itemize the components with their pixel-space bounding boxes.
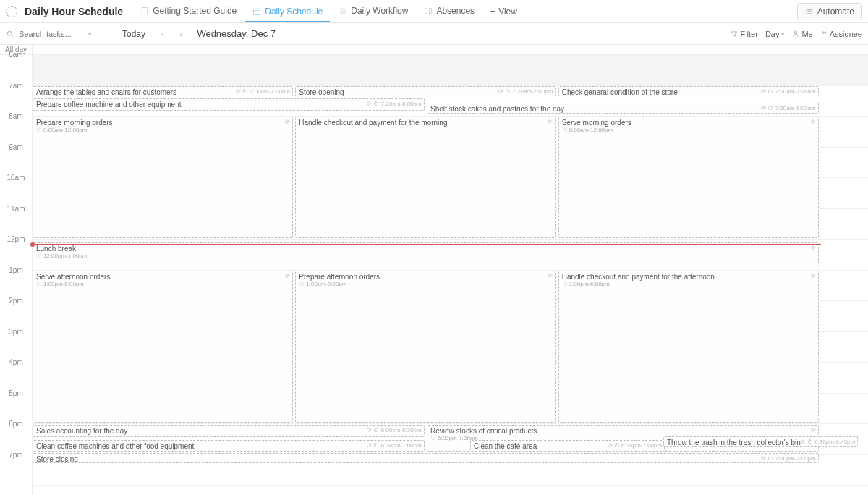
now-indicator [33,244,821,245]
event-title: Review stocks of critical products [430,427,815,435]
event-time: 8:00am-12:00pm [36,127,289,133]
today-button[interactable]: Today [118,28,150,41]
event-title: Sales accounting for the day [36,427,421,435]
svg-rect-0 [142,7,148,14]
calendar-event[interactable]: Sales accounting for the day⟳ ⏱ 6:00pm-6… [33,425,425,438]
people-icon [820,30,827,38]
search-icon [6,30,14,38]
event-recurring-icon: ⟳ [548,119,553,125]
gutter-row [825,86,868,117]
calendar-event[interactable]: Prepare coffee machine and other equipme… [33,98,425,111]
svg-rect-8 [807,9,812,13]
automate-label: Automate [817,7,854,17]
calendar-event[interactable]: Store opening⟳ ⏱ 7:20am-7:00pm [295,86,556,96]
event-recurring-icon: ⟳ [548,273,553,279]
tab-getting-started[interactable]: Getting Started Guide [133,1,244,22]
doc-icon [140,7,149,15]
plus-icon: + [490,7,495,17]
calendar-event[interactable]: Clean the café area⟳ ⏱ 6:30pm-7:00pm [470,440,665,451]
svg-point-11 [7,31,12,35]
event-recurring-icon: ⟳ [811,119,816,125]
event-corner-time: ⟳ ⏱ 7:20am-8:00am [367,101,421,107]
event-time: 8:00am-12:00pm [562,127,815,133]
board-icon [424,7,433,15]
calendar-event[interactable]: Store closing⟳ ⏱ 7:00pm-7:00pm [33,453,819,463]
tab-daily-workflow[interactable]: Daily Workflow [331,1,415,22]
gutter-row [825,332,868,363]
tab-label: Daily Schedule [265,7,323,17]
assignee-label: Assignee [830,30,862,38]
event-title: Handle checkout and payment for the afte… [562,273,815,281]
assignee-button[interactable]: Assignee [820,30,862,38]
current-date: Wednesday, Dec 7 [197,28,276,39]
calendar-event[interactable]: Throw the trash in the trash collector's… [663,436,858,447]
event-recurring-icon: ⟳ [811,273,816,279]
header-left: Daily Hour Schedule Getting Started Guid… [6,1,524,22]
event-title: Lunch break [36,245,815,253]
calendar-event[interactable]: Arrange the tables and chairs for custom… [33,86,293,96]
calendar-event[interactable]: Serve afternoon orders 1:00pm-6:00pm⟳ [33,271,293,423]
filter-button[interactable]: Filter [731,30,757,38]
gutter-row [825,178,868,209]
svg-point-14 [822,31,824,33]
event-title: Prepare afternoon orders [299,273,552,281]
tab-label: Getting Started Guide [153,6,237,16]
calendar-event[interactable]: Prepare morning orders 8:00am-12:00pm⟳ [33,117,293,238]
event-title: Clean coffee machines and other food equ… [36,442,421,450]
toolbar: ▾ Today ‹ › Wednesday, Dec 7 Filter Day … [0,23,868,45]
gutter-row [825,271,868,302]
tab-daily-schedule[interactable]: Daily Schedule [245,2,330,22]
svg-point-10 [809,11,811,12]
filter-icon [731,30,738,38]
event-time: 1:00pm-6:00pm [36,281,289,287]
svg-rect-6 [425,8,427,14]
gutter-row [825,209,868,240]
tab-absences[interactable]: Absences [417,1,482,22]
next-day-button[interactable]: › [176,28,187,40]
header-right: Automate [797,3,862,20]
event-corner-time: ⟳ ⏱ 7:30am-8:00am [761,105,815,111]
event-time: 1:00pm-6:00pm [299,281,552,287]
prev-day-button[interactable]: ‹ [157,28,169,40]
calendar-event[interactable]: Handle checkout and payment for the afte… [558,271,819,423]
event-time: 1:00pm-6:00pm [562,281,815,287]
automate-button[interactable]: Automate [797,3,862,20]
toolbar-right: Filter Day ▾ Me Assignee [731,30,862,38]
person-icon [792,30,799,38]
svg-point-13 [795,31,798,34]
calendar-event[interactable]: Handle checkout and payment for the morn… [295,117,556,238]
event-title: Serve morning orders [562,119,815,127]
event-recurring-icon: ⟳ [811,245,816,251]
calendar-event[interactable]: Clean coffee machines and other food equ… [33,440,425,451]
calendar-event[interactable]: Check general condition of the store⟳ ⏱ … [558,86,819,96]
allday-row[interactable] [33,45,868,55]
gutter-row [825,55,868,86]
workspace-icon[interactable] [6,6,17,17]
calendar-event[interactable]: Shelf stock cakes and pastries for the d… [427,103,819,114]
view-tabs: Getting Started Guide Daily Schedule Dai… [133,1,524,22]
calendar-event[interactable]: Lunch break 12:00pm-1:00pm⟳ [33,242,819,266]
svg-point-9 [807,11,809,12]
chevron-down-icon[interactable]: ▾ [88,30,92,38]
event-corner-time: ⟳ ⏱ 7:20am-7:00pm [498,88,553,95]
calendar-icon [252,7,261,16]
calendar-event[interactable]: Prepare afternoon orders 1:00pm-6:00pm⟳ [295,271,556,423]
event-recurring-icon: ⟳ [285,273,290,279]
svg-rect-7 [430,8,432,14]
add-view-button[interactable]: + View [483,2,524,21]
event-corner-time: ⟳ ⏱ 7:00am-7:20am [236,88,290,95]
robot-icon [805,7,814,16]
event-corner-time: ⟳ ⏱ 7:00pm-7:00pm [761,455,815,462]
event-title: Store closing [36,455,815,463]
calendar-grid[interactable]: Arrange the tables and chairs for custom… [33,45,868,495]
chevron-down-icon: ▾ [781,30,785,38]
me-label: Me [801,30,812,38]
search-wrap[interactable]: ▾ [6,30,111,38]
search-input[interactable] [19,30,84,38]
hour-label: 7pm [0,455,32,486]
calendar-event[interactable]: Serve morning orders 8:00am-12:00pm⟳ [558,117,819,238]
day-dropdown[interactable]: Day ▾ [765,30,786,38]
calendar: All day 6am7am8am9am10am11am12pm1pm2pm3p… [0,45,868,495]
event-title: Handle checkout and payment for the morn… [299,119,552,127]
me-button[interactable]: Me [792,30,812,38]
